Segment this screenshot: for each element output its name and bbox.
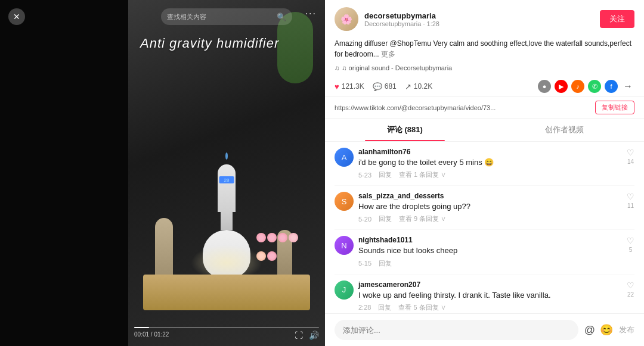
right-panel: 🌸 decorsetupbymaria Decorsetupbymaria · …: [325, 0, 644, 346]
follow-button[interactable]: 关注: [600, 10, 634, 28]
comment-input-bar: @ 😊 发布: [325, 313, 644, 346]
tab-comments[interactable]: 评论 (881): [325, 119, 485, 141]
comment-content: alanhamilton76 i'd be gong to the toilet…: [358, 148, 622, 179]
comment-date: 5-15: [358, 260, 371, 267]
comment-meta: 5-15 回复: [358, 259, 622, 268]
link-row: https://www.tiktok.com/@decorsetupbymari…: [325, 97, 644, 119]
comment-username: nightshade1011: [358, 236, 622, 244]
comment-expand[interactable]: 查看 1 条回复 ∨: [399, 170, 446, 179]
comment-like-count: 11: [627, 202, 634, 209]
author-name: decorsetupbymaria: [364, 11, 594, 20]
platform-icon-facebook[interactable]: f: [605, 80, 618, 93]
author-sub: Decorsetupbymaria · 1:28: [364, 20, 594, 27]
share-icon: ↗: [405, 82, 411, 91]
comment-username: sals_pizza_and_desserts: [358, 192, 622, 200]
author-avatar: 🌸: [335, 7, 358, 31]
comment-date: 5-20: [358, 216, 371, 223]
comment-text: I woke up and feeling thirsty. I drank i…: [358, 290, 622, 301]
more-text[interactable]: 更多: [381, 50, 395, 58]
platform-icon-share[interactable]: →: [621, 80, 634, 93]
comment-content: sals_pizza_and_desserts How are the drop…: [358, 192, 622, 223]
comment-meta: 2:28 回复 查看 5 条回复 ∨: [358, 303, 622, 312]
input-actions: @ 😊: [584, 323, 613, 336]
comment-like: ♡ 14: [627, 148, 634, 179]
comment-reply-btn[interactable]: 回复: [379, 214, 392, 223]
likes-stat[interactable]: ♥ 121.3K: [335, 82, 364, 91]
comment-item: N nightshade1011 Sounds nice but looks c…: [335, 230, 634, 274]
comment-expand[interactable]: 查看 5 条回复 ∨: [398, 303, 445, 312]
comment-like-count: 14: [627, 158, 634, 165]
author-header: 🌸 decorsetupbymaria Decorsetupbymaria · …: [325, 0, 644, 38]
comment-like: ♡ 5: [627, 236, 634, 267]
more-options-button[interactable]: ···: [305, 8, 317, 19]
comments-list: A alanhamilton76 i'd be gong to the toil…: [325, 142, 644, 313]
comment-meta: 5-20 回复 查看 9 条回复 ∨: [358, 214, 622, 223]
comment-like-icon[interactable]: ♡: [627, 192, 634, 201]
platform-icons: ● ▶ ♪ ✆ f →: [538, 80, 634, 93]
close-button[interactable]: ✕: [8, 8, 25, 25]
comment-like: ♡ 22: [627, 280, 634, 312]
tab-creator-videos[interactable]: 创作者视频: [485, 119, 645, 141]
comment-like-count: 22: [627, 291, 634, 298]
comment-avatar: S: [335, 192, 354, 211]
video-time: 00:01 / 01:22: [134, 331, 169, 338]
video-player: 28 查找相关内容 🔍 ··· Anti gravity humidifier …: [128, 0, 325, 346]
comment-content: jamescameron207 I woke up and feeling th…: [358, 280, 622, 312]
platform-icon-1[interactable]: ●: [538, 80, 551, 93]
emoji-icon[interactable]: 😊: [600, 323, 613, 336]
comment-like-icon[interactable]: ♡: [627, 148, 634, 157]
platform-icon-tiktok[interactable]: ♪: [571, 80, 584, 93]
publish-button[interactable]: 发布: [619, 325, 634, 335]
video-progress-bar[interactable]: [134, 327, 319, 328]
comment-username: jamescameron207: [358, 280, 622, 289]
comment-avatar: N: [335, 236, 354, 255]
link-url: https://www.tiktok.com/@decorsetupbymari…: [335, 104, 590, 111]
video-search-bar[interactable]: 查找相关内容 🔍: [161, 8, 292, 25]
comment-item: J jamescameron207 I woke up and feeling …: [335, 275, 634, 313]
platform-icon-youtube[interactable]: ▶: [555, 80, 568, 93]
comment-item: S sals_pizza_and_desserts How are the dr…: [335, 186, 634, 230]
comment-like-count: 5: [629, 247, 633, 253]
comment-date: 5-23: [358, 172, 371, 179]
comment-item: A alanhamilton76 i'd be gong to the toil…: [335, 142, 634, 186]
comment-reply-btn[interactable]: 回复: [378, 303, 391, 312]
comment-expand[interactable]: 查看 9 条回复 ∨: [399, 214, 446, 223]
sound-info: ♫ ♫ original sound - Decorsetupbymaria: [325, 64, 644, 76]
comment-meta: 5-23 回复 查看 1 条回复 ∨: [358, 170, 622, 179]
comment-input-field[interactable]: [335, 320, 578, 340]
stats-row: ♥ 121.3K 💬 681 ↗ 10.2K ● ▶ ♪ ✆ f →: [325, 76, 644, 97]
author-info: decorsetupbymaria Decorsetupbymaria · 1:…: [364, 11, 594, 27]
comments-count: 681: [385, 82, 397, 91]
comment-reply-btn[interactable]: 回复: [379, 170, 392, 179]
comment-icon: 💬: [373, 82, 382, 91]
shares-stat[interactable]: ↗ 10.2K: [405, 82, 432, 91]
comment-avatar: A: [335, 148, 354, 167]
video-title: Anti gravity humidifier: [140, 36, 279, 51]
comment-date: 2:28: [358, 304, 371, 311]
comment-avatar: J: [335, 280, 354, 300]
copy-link-button[interactable]: 复制链接: [595, 101, 634, 114]
comment-text: i'd be gong to the toilet every 5 mins 😄: [358, 157, 622, 168]
likes-count: 121.3K: [342, 82, 364, 91]
video-controls-right: ⛶ 🔊: [295, 331, 319, 340]
comment-reply-btn[interactable]: 回复: [379, 259, 392, 268]
shares-count: 10.2K: [414, 82, 432, 91]
comment-username: alanhamilton76: [358, 148, 622, 156]
fullscreen-icon[interactable]: ⛶: [295, 331, 303, 340]
comment-content: nightshade1011 Sounds nice but looks che…: [358, 236, 622, 267]
comment-like-icon[interactable]: ♡: [627, 280, 634, 290]
comment-like-icon[interactable]: ♡: [627, 236, 634, 245]
volume-icon[interactable]: 🔊: [309, 331, 319, 340]
video-description: Amazing diffuser @ShopTemu Very calm and…: [325, 38, 644, 64]
mention-icon[interactable]: @: [584, 324, 595, 336]
search-placeholder: 查找相关内容: [167, 13, 273, 21]
left-panel: [0, 0, 128, 346]
comments-stat[interactable]: 💬 681: [373, 82, 397, 91]
video-progress-fill: [134, 327, 149, 328]
heart-icon: ♥: [335, 82, 339, 91]
tabs-row: 评论 (881) 创作者视频: [325, 119, 644, 142]
music-icon: ♫: [335, 64, 339, 71]
platform-icon-whatsapp[interactable]: ✆: [588, 80, 601, 93]
search-icon[interactable]: 🔍: [277, 13, 286, 21]
comment-text: Sounds nice but looks cheep: [358, 245, 622, 256]
